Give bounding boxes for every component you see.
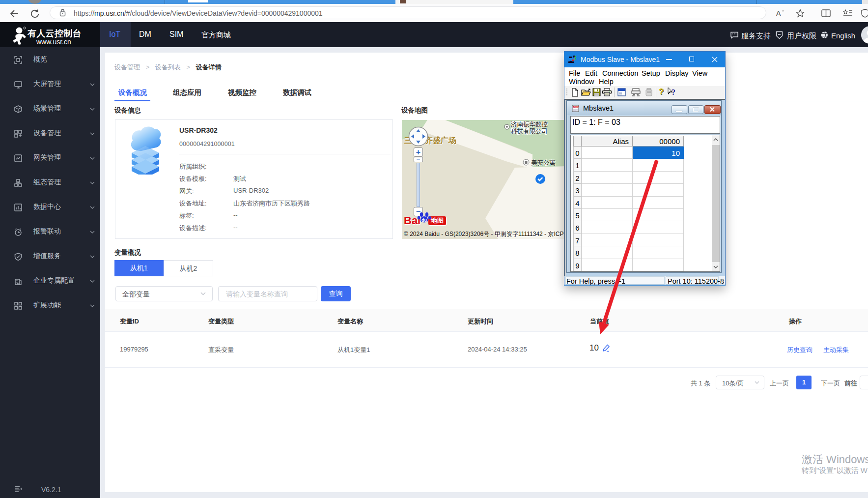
svg-text:A: A xyxy=(776,9,781,17)
svg-text:?: ? xyxy=(672,88,675,96)
svg-text:du: du xyxy=(421,218,427,223)
svg-text:DOC: DOC xyxy=(573,106,579,109)
